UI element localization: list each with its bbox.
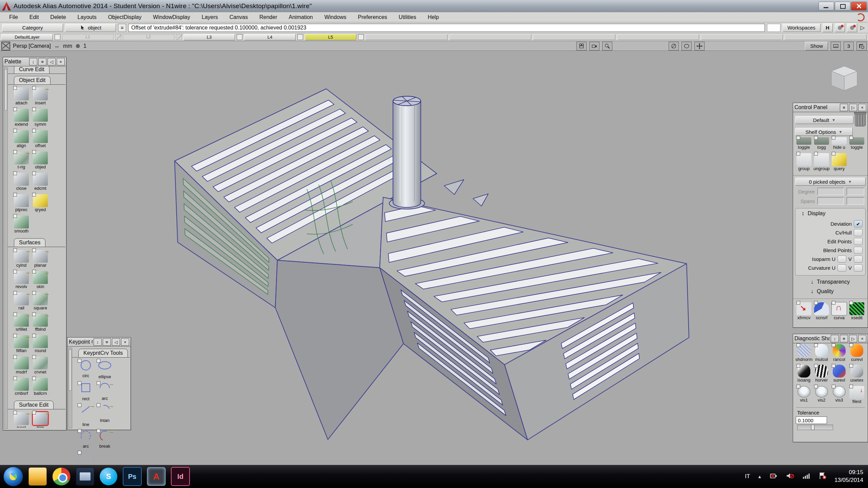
tool-arc[interactable]: arc xyxy=(76,429,95,449)
grid-count-button[interactable]: 3 xyxy=(844,42,854,50)
tool-checkbox[interactable] xyxy=(13,291,17,295)
menu-icon[interactable]: ≡ xyxy=(38,58,46,65)
tool-checkbox[interactable] xyxy=(814,385,818,388)
dock-left-icon[interactable]: ◁ xyxy=(112,338,120,346)
taskbar-start-button[interactable] xyxy=(3,467,23,486)
ruler-icon[interactable] xyxy=(831,42,841,50)
tool-checkbox[interactable] xyxy=(97,403,100,407)
tool-vis3[interactable]: vis3 xyxy=(830,385,848,404)
menu-preferences[interactable]: Preferences xyxy=(352,14,393,20)
tool-group[interactable]: group xyxy=(795,152,813,171)
menu-layouts[interactable]: Layouts xyxy=(72,14,102,20)
checkbox-v[interactable] xyxy=(854,264,863,271)
tool-checkbox[interactable] xyxy=(32,334,36,338)
tool-usetex[interactable]: usetex xyxy=(848,364,866,383)
view-close-icon[interactable] xyxy=(1,42,10,50)
tool-checkbox[interactable] xyxy=(13,248,17,252)
layer-l1-ghost[interactable]: L1 xyxy=(62,34,114,40)
shelf-options-dropdown[interactable]: Shelf Options ▼ xyxy=(795,128,853,136)
layer-empty-slot[interactable] xyxy=(366,34,448,40)
toolbar-expand-arrow[interactable]: ▷ xyxy=(859,24,866,31)
tool-cmbsrf[interactable]: cmbsrf xyxy=(12,377,31,396)
lens-shape-icon[interactable] xyxy=(682,42,692,50)
tool-cylnd[interactable]: →cylnd xyxy=(12,248,31,268)
close-icon[interactable]: × xyxy=(57,58,65,65)
keypoint-scrollbar[interactable] xyxy=(68,348,72,428)
tab-curve-edit[interactable]: Curve Edit xyxy=(14,66,50,74)
tool-rail[interactable]: →rail xyxy=(12,291,31,310)
checkbox-blend-points[interactable] xyxy=(854,247,863,254)
tool-smooth[interactable]: smooth xyxy=(12,214,31,233)
menu-delete[interactable]: Delete xyxy=(44,14,72,20)
collapse-icon[interactable]: ↕ xyxy=(94,338,102,346)
tool-planar[interactable]: →planar xyxy=(31,248,50,268)
checkbox-edit-points[interactable] xyxy=(854,238,863,245)
taskbar-photoshop-icon[interactable]: Ps xyxy=(123,467,142,486)
taskbar-alias-icon[interactable]: A xyxy=(147,467,165,486)
collapse-icon[interactable]: ↕ xyxy=(29,58,37,65)
tab-object-edit[interactable]: Object Edit xyxy=(14,76,51,84)
layer-empty-slot[interactable] xyxy=(785,34,867,40)
tray-expand-icon[interactable]: ▲ xyxy=(757,474,762,479)
tool-isect[interactable]: →isect xyxy=(12,411,31,428)
tool-checkbox[interactable] xyxy=(814,301,818,305)
menu-windows[interactable]: Windows xyxy=(319,14,352,20)
checkbox-curvature-u[interactable] xyxy=(837,264,846,271)
tool-checkbox[interactable] xyxy=(78,381,81,385)
tool-checkbox[interactable] xyxy=(13,312,17,316)
menu-icon[interactable]: ≡ xyxy=(840,104,848,111)
tolerance-field[interactable]: 0.1000 xyxy=(796,416,827,424)
menu-layers[interactable]: Layers xyxy=(196,14,224,20)
tool-isoang[interactable]: isoang xyxy=(795,364,813,383)
close-icon[interactable]: × xyxy=(858,335,866,342)
tool-circ[interactable]: circ xyxy=(76,359,95,379)
taskbar-indesign-icon[interactable]: Id xyxy=(171,467,190,486)
tool-checkbox[interactable] xyxy=(78,359,81,363)
tool-attach[interactable]: attach xyxy=(12,86,31,105)
tool-shdnorm[interactable]: shdnorm xyxy=(795,343,813,362)
taskbar-files-icon[interactable] xyxy=(76,467,94,486)
tool-edcmt[interactable]: edcmt xyxy=(31,171,50,191)
tool-round[interactable]: round xyxy=(31,334,50,353)
tool-checkbox[interactable] xyxy=(849,343,853,347)
category-button[interactable]: Category xyxy=(2,24,63,32)
collapse-icon[interactable]: ↕ xyxy=(831,335,839,342)
checkbox-cv-hull[interactable] xyxy=(854,229,863,236)
layer-empty-slot[interactable] xyxy=(449,34,531,40)
tool-rancol[interactable]: rancol xyxy=(830,343,848,362)
color-swatch[interactable] xyxy=(767,24,781,32)
object-selector[interactable]: object xyxy=(65,24,116,32)
tool-curevl[interactable]: curevl xyxy=(848,343,866,362)
tool-checkbox[interactable] xyxy=(13,171,17,175)
picked-objects-dropdown[interactable]: 0 picked objects ▼ xyxy=(795,178,866,186)
tool-qryed[interactable]: qryed xyxy=(31,193,50,212)
tool-ffblnd[interactable]: →ffblnd xyxy=(31,312,50,332)
shelf-preset-dropdown[interactable]: Default ▼ xyxy=(795,116,853,124)
tool-vis1[interactable]: vis1 xyxy=(795,385,813,404)
tool-t-rig[interactable]: →t-rig xyxy=(12,150,31,169)
close-button[interactable] xyxy=(851,2,867,11)
layer-l3[interactable]: L3 xyxy=(183,34,235,40)
tool-checkbox[interactable] xyxy=(814,136,818,140)
tool-checkbox[interactable] xyxy=(796,364,800,368)
menu-utilities[interactable]: Utilities xyxy=(393,14,422,20)
volume-muted-icon[interactable] xyxy=(786,471,794,482)
tool-surevl[interactable]: surevl xyxy=(830,364,848,383)
layer-l3-checkbox[interactable] xyxy=(237,34,242,40)
menu-objectdisplay[interactable]: ObjectDisplay xyxy=(102,14,147,20)
tolerance-slider[interactable] xyxy=(797,425,833,430)
corner-window-icon[interactable] xyxy=(856,42,867,50)
tool-extend[interactable]: extend xyxy=(12,107,31,127)
tool-checkbox[interactable] xyxy=(13,411,17,414)
tool-line[interactable]: →line xyxy=(76,403,95,427)
tool-query[interactable]: query xyxy=(830,152,848,171)
tool-lntan[interactable]: →lntan xyxy=(95,403,114,427)
close-icon[interactable]: × xyxy=(121,338,129,346)
clock[interactable]: 09:15 13/05/2014 xyxy=(834,469,863,484)
tool-checkbox[interactable] xyxy=(32,312,36,316)
tool-checkbox[interactable] xyxy=(849,136,853,140)
layer-defaultlayer[interactable]: DefaultLayer xyxy=(1,34,53,40)
transparency-section[interactable]: ↓ Transparency xyxy=(811,279,868,285)
tool-filest[interactable]: filest xyxy=(848,385,866,404)
tool-checkbox[interactable] xyxy=(32,411,36,414)
